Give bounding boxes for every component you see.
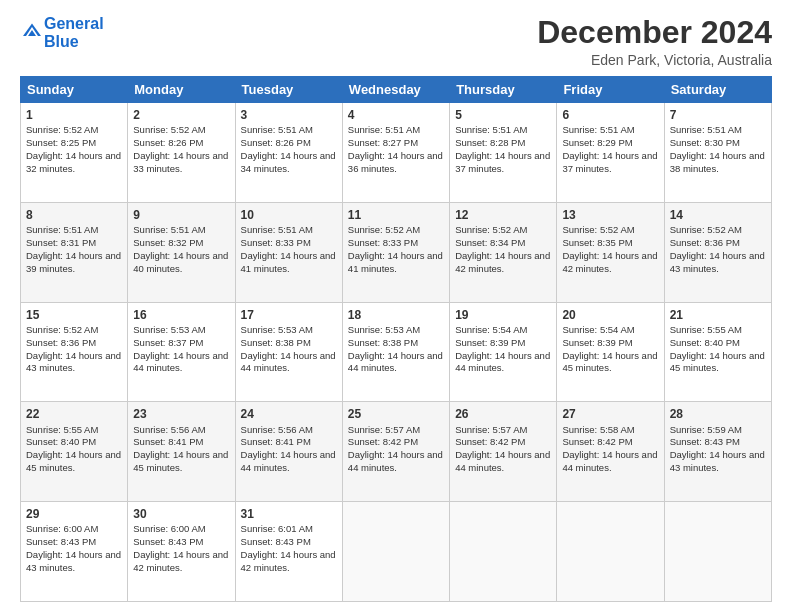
- sunset: Sunset: 8:31 PM: [26, 237, 96, 248]
- sunrise: Sunrise: 5:51 AM: [133, 224, 205, 235]
- day-number: 2: [133, 107, 229, 123]
- day-number: 14: [670, 207, 766, 223]
- sunrise: Sunrise: 5:55 AM: [670, 324, 742, 335]
- logo-name: General Blue: [44, 15, 104, 50]
- day-cell: 3Sunrise: 5:51 AMSunset: 8:26 PMDaylight…: [235, 103, 342, 203]
- daylight: Daylight: 14 hours and 44 minutes.: [562, 449, 657, 473]
- sunset: Sunset: 8:28 PM: [455, 137, 525, 148]
- day-cell: 5Sunrise: 5:51 AMSunset: 8:28 PMDaylight…: [450, 103, 557, 203]
- daylight: Daylight: 14 hours and 44 minutes.: [348, 449, 443, 473]
- sunset: Sunset: 8:43 PM: [670, 436, 740, 447]
- daylight: Daylight: 14 hours and 45 minutes.: [562, 350, 657, 374]
- day-number: 19: [455, 307, 551, 323]
- day-cell: 23Sunrise: 5:56 AMSunset: 8:41 PMDayligh…: [128, 402, 235, 502]
- daylight: Daylight: 14 hours and 43 minutes.: [670, 449, 765, 473]
- sunset: Sunset: 8:43 PM: [241, 536, 311, 547]
- page: General Blue December 2024 Eden Park, Vi…: [0, 0, 792, 612]
- sunset: Sunset: 8:32 PM: [133, 237, 203, 248]
- day-cell: 4Sunrise: 5:51 AMSunset: 8:27 PMDaylight…: [342, 103, 449, 203]
- sunset: Sunset: 8:38 PM: [241, 337, 311, 348]
- daylight: Daylight: 14 hours and 42 minutes.: [455, 250, 550, 274]
- sunset: Sunset: 8:26 PM: [241, 137, 311, 148]
- sunrise: Sunrise: 5:51 AM: [241, 124, 313, 135]
- day-number: 27: [562, 406, 658, 422]
- day-number: 13: [562, 207, 658, 223]
- daylight: Daylight: 14 hours and 36 minutes.: [348, 150, 443, 174]
- sunset: Sunset: 8:42 PM: [562, 436, 632, 447]
- day-cell: 6Sunrise: 5:51 AMSunset: 8:29 PMDaylight…: [557, 103, 664, 203]
- daylight: Daylight: 14 hours and 41 minutes.: [348, 250, 443, 274]
- sunset: Sunset: 8:41 PM: [241, 436, 311, 447]
- sunset: Sunset: 8:27 PM: [348, 137, 418, 148]
- day-cell: 7Sunrise: 5:51 AMSunset: 8:30 PMDaylight…: [664, 103, 771, 203]
- sunset: Sunset: 8:42 PM: [455, 436, 525, 447]
- location: Eden Park, Victoria, Australia: [537, 52, 772, 68]
- sunset: Sunset: 8:33 PM: [241, 237, 311, 248]
- day-cell: [342, 502, 449, 602]
- day-cell: 30Sunrise: 6:00 AMSunset: 8:43 PMDayligh…: [128, 502, 235, 602]
- daylight: Daylight: 14 hours and 44 minutes.: [455, 350, 550, 374]
- day-cell: 9Sunrise: 5:51 AMSunset: 8:32 PMDaylight…: [128, 202, 235, 302]
- day-number: 5: [455, 107, 551, 123]
- daylight: Daylight: 14 hours and 42 minutes.: [562, 250, 657, 274]
- sunrise: Sunrise: 5:53 AM: [348, 324, 420, 335]
- sunset: Sunset: 8:40 PM: [670, 337, 740, 348]
- sunrise: Sunrise: 5:51 AM: [562, 124, 634, 135]
- day-cell: 25Sunrise: 5:57 AMSunset: 8:42 PMDayligh…: [342, 402, 449, 502]
- day-number: 4: [348, 107, 444, 123]
- day-cell: 29Sunrise: 6:00 AMSunset: 8:43 PMDayligh…: [21, 502, 128, 602]
- day-number: 6: [562, 107, 658, 123]
- title-block: December 2024 Eden Park, Victoria, Austr…: [537, 15, 772, 68]
- sunrise: Sunrise: 5:56 AM: [133, 424, 205, 435]
- header: General Blue December 2024 Eden Park, Vi…: [20, 15, 772, 68]
- day-number: 9: [133, 207, 229, 223]
- day-number: 11: [348, 207, 444, 223]
- week-row-5: 29Sunrise: 6:00 AMSunset: 8:43 PMDayligh…: [21, 502, 772, 602]
- day-number: 8: [26, 207, 122, 223]
- day-cell: 22Sunrise: 5:55 AMSunset: 8:40 PMDayligh…: [21, 402, 128, 502]
- day-cell: [664, 502, 771, 602]
- sunrise: Sunrise: 5:52 AM: [562, 224, 634, 235]
- day-number: 20: [562, 307, 658, 323]
- day-cell: 26Sunrise: 5:57 AMSunset: 8:42 PMDayligh…: [450, 402, 557, 502]
- day-number: 24: [241, 406, 337, 422]
- day-number: 22: [26, 406, 122, 422]
- sunrise: Sunrise: 5:55 AM: [26, 424, 98, 435]
- daylight: Daylight: 14 hours and 34 minutes.: [241, 150, 336, 174]
- sunset: Sunset: 8:36 PM: [670, 237, 740, 248]
- col-header-wednesday: Wednesday: [342, 77, 449, 103]
- daylight: Daylight: 14 hours and 43 minutes.: [26, 549, 121, 573]
- day-cell: 21Sunrise: 5:55 AMSunset: 8:40 PMDayligh…: [664, 302, 771, 402]
- week-row-1: 1Sunrise: 5:52 AMSunset: 8:25 PMDaylight…: [21, 103, 772, 203]
- day-number: 18: [348, 307, 444, 323]
- sunrise: Sunrise: 5:51 AM: [241, 224, 313, 235]
- sunrise: Sunrise: 5:57 AM: [348, 424, 420, 435]
- sunrise: Sunrise: 5:51 AM: [26, 224, 98, 235]
- sunset: Sunset: 8:37 PM: [133, 337, 203, 348]
- sunset: Sunset: 8:30 PM: [670, 137, 740, 148]
- daylight: Daylight: 14 hours and 44 minutes.: [133, 350, 228, 374]
- sunrise: Sunrise: 5:52 AM: [26, 124, 98, 135]
- day-cell: 12Sunrise: 5:52 AMSunset: 8:34 PMDayligh…: [450, 202, 557, 302]
- day-number: 25: [348, 406, 444, 422]
- col-header-thursday: Thursday: [450, 77, 557, 103]
- daylight: Daylight: 14 hours and 33 minutes.: [133, 150, 228, 174]
- sunrise: Sunrise: 6:01 AM: [241, 523, 313, 534]
- day-cell: 31Sunrise: 6:01 AMSunset: 8:43 PMDayligh…: [235, 502, 342, 602]
- sunrise: Sunrise: 5:53 AM: [241, 324, 313, 335]
- col-header-saturday: Saturday: [664, 77, 771, 103]
- col-header-sunday: Sunday: [21, 77, 128, 103]
- day-cell: 16Sunrise: 5:53 AMSunset: 8:37 PMDayligh…: [128, 302, 235, 402]
- sunrise: Sunrise: 5:54 AM: [455, 324, 527, 335]
- daylight: Daylight: 14 hours and 43 minutes.: [26, 350, 121, 374]
- calendar-table: SundayMondayTuesdayWednesdayThursdayFrid…: [20, 76, 772, 602]
- sunset: Sunset: 8:29 PM: [562, 137, 632, 148]
- day-cell: 24Sunrise: 5:56 AMSunset: 8:41 PMDayligh…: [235, 402, 342, 502]
- day-number: 17: [241, 307, 337, 323]
- sunrise: Sunrise: 5:58 AM: [562, 424, 634, 435]
- sunset: Sunset: 8:39 PM: [455, 337, 525, 348]
- week-row-3: 15Sunrise: 5:52 AMSunset: 8:36 PMDayligh…: [21, 302, 772, 402]
- daylight: Daylight: 14 hours and 32 minutes.: [26, 150, 121, 174]
- day-number: 1: [26, 107, 122, 123]
- day-cell: 2Sunrise: 5:52 AMSunset: 8:26 PMDaylight…: [128, 103, 235, 203]
